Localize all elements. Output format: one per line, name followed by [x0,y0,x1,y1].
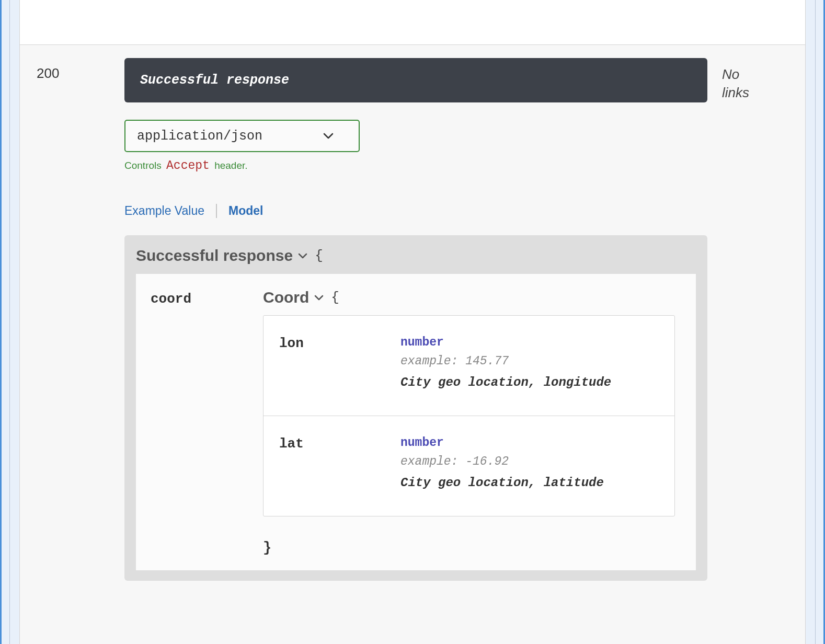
field-row-lat: lat number example: -16.92 City geo loca… [263,416,674,516]
chevron-down-icon [314,295,324,301]
field-type-lat: number [400,436,659,450]
field-example-lon: example: 145.77 [400,354,659,368]
response-description: Successful response [124,58,707,102]
controls-suffix: header. [214,160,247,171]
tab-example-value[interactable]: Example Value [124,204,216,218]
model-body: coord Coord { [136,274,696,570]
field-type-lon: number [400,336,659,349]
chevron-down-icon [323,133,334,139]
tab-model[interactable]: Model [216,204,274,218]
model-open-brace: { [315,248,323,263]
chevron-down-icon [298,253,307,259]
field-example-lat: example: -16.92 [400,455,659,468]
links-column: No links [707,58,760,102]
nested-table-coord: lon number example: 145.77 City geo loca… [263,315,675,516]
controls-accept: Accept [166,159,210,172]
content-type-value: application/json [137,129,262,144]
nested-open-brace: { [331,290,339,305]
field-row-lon: lon number example: 145.77 City geo loca… [263,316,674,416]
field-details-lat: number example: -16.92 City geo location… [400,436,659,490]
page-mid: 200 Successful response application/json… [9,0,816,644]
field-details-lon: number example: 145.77 City geo location… [400,336,659,389]
prop-value-coord: Coord { lon [263,289,696,556]
status-code: 200 [36,58,124,82]
field-name-lon: lon [279,336,400,389]
model-header[interactable]: Successful response { [136,235,696,274]
nested-title-coord: Coord [263,289,309,306]
controls-hint: Controls Accept header. [124,159,707,172]
field-desc-lon: City geo location, longitude [400,375,659,389]
field-desc-lat: City geo location, latitude [400,476,659,490]
top-spacer [19,0,806,44]
model-title: Successful response [136,247,293,264]
model-prop-coord: coord Coord { [151,289,696,556]
response-section: 200 Successful response application/json… [19,44,806,644]
nested-close-brace: } [263,540,696,556]
field-name-lat: lat [279,436,400,490]
response-main-column: Successful response application/json Con… [124,58,707,581]
controls-prefix: Controls [124,160,162,171]
model-container: Successful response { coord [124,235,707,581]
content-type-select[interactable]: application/json [124,120,360,152]
page-outer: 200 Successful response application/json… [0,0,825,644]
response-tabs: Example Value Model [124,204,707,218]
nested-header-coord[interactable]: Coord { [263,289,696,306]
response-row: 200 Successful response application/json… [36,58,789,581]
prop-name-coord: coord [151,289,263,307]
